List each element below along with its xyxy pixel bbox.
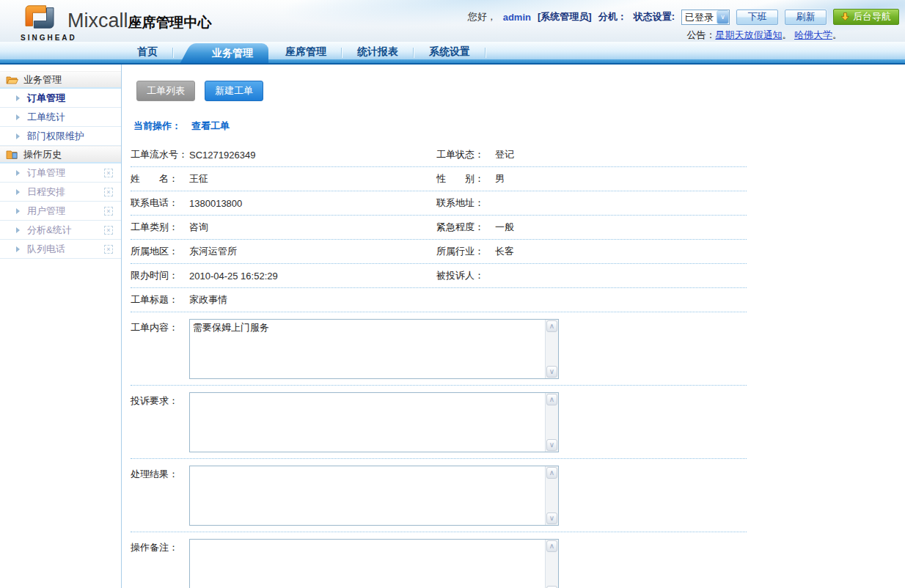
close-icon[interactable]: × <box>104 188 113 196</box>
sidebar-item-label: 部门权限维护 <box>27 131 84 142</box>
form-row: 联系电话：1380013800 联系地址： <box>131 191 747 216</box>
handle-result-textarea[interactable]: ∧ ∨ <box>189 466 559 526</box>
phone-value: 1380013800 <box>189 198 242 209</box>
backend-nav-button[interactable]: 后台导航 <box>833 9 899 25</box>
deadline-label: 限办时间： <box>131 269 189 282</box>
greeting-text: 您好， <box>468 10 497 23</box>
sidebar-group-history[interactable]: 操作历史 <box>0 146 121 163</box>
phone-label: 联系电话： <box>131 196 189 210</box>
sidebar-item-label: 工单统计 <box>27 111 65 122</box>
sidebar-history-analysis-stats[interactable]: 分析&统计 × <box>0 221 121 240</box>
close-icon[interactable]: × <box>104 245 113 254</box>
scrollbar[interactable]: ∧ ∨ <box>545 393 558 452</box>
handle-result-label: 处理结果： <box>131 466 189 481</box>
gender-value: 男 <box>495 172 505 185</box>
address-label: 联系地址： <box>436 196 495 210</box>
status-select[interactable]: 已登录 ∨ <box>681 10 730 25</box>
status-label: 工单状态： <box>436 148 495 161</box>
nav-tab-agent[interactable]: 座席管理 <box>274 40 337 63</box>
complainee-label: 被投诉人： <box>436 269 495 282</box>
username: admin <box>503 12 531 23</box>
form-row-complaint: 投诉要求： ∧ ∨ <box>131 386 747 459</box>
region-value: 东河运管所 <box>189 245 237 258</box>
scroll-up-icon[interactable]: ∧ <box>546 394 557 405</box>
industry-value: 长客 <box>495 245 514 258</box>
workorder-form: 工单流水号：SC1271926349 工单状态：登记 姓 名：王征 性 别：男 … <box>131 143 747 588</box>
workorder-title-value: 家政事情 <box>189 293 227 306</box>
scroll-up-icon[interactable]: ∧ <box>546 467 557 479</box>
logo-caption: SINGHEAD <box>21 34 109 42</box>
industry-label: 所属行业： <box>436 245 495 258</box>
nav-tab-reports[interactable]: 统计报表 <box>346 40 409 63</box>
current-operation-value: 查看工单 <box>191 120 230 131</box>
scrollbar[interactable]: ∧ ∨ <box>545 320 558 378</box>
backend-nav-label: 后台导航 <box>853 10 891 23</box>
operation-remark-text <box>190 540 558 541</box>
sidebar-item-dept-permissions[interactable]: 部门权限维护 <box>0 127 121 146</box>
sidebar-item-label: 订单管理 <box>27 167 65 178</box>
announcement-bar: 公告：星期天放假通知。 哈佛大学。 <box>686 29 842 42</box>
announcement-separator: 。 <box>832 29 842 40</box>
close-icon[interactable]: × <box>104 207 113 216</box>
name-label: 姓 名： <box>131 172 189 185</box>
sidebar-history-schedule[interactable]: 日程安排 × <box>0 183 121 202</box>
sidebar-item-label: 队列电话 <box>27 243 65 254</box>
scrollbar[interactable]: ∧ ∨ <box>545 466 558 525</box>
status-set-label: 状态设置: <box>634 10 675 23</box>
scroll-down-icon[interactable]: ∨ <box>546 512 557 524</box>
deadline-value: 2010-04-25 16:52:29 <box>189 271 278 282</box>
sidebar-item-order-management[interactable]: 订单管理 <box>0 89 121 108</box>
sidebar-history-queue-calls[interactable]: 队列电话 × <box>0 240 121 259</box>
refresh-button[interactable]: 刷新 <box>785 10 827 25</box>
nav-separator <box>413 48 414 58</box>
nav-tab-home[interactable]: 首页 <box>126 40 169 63</box>
main-navbar: 首页 业务管理 座席管理 统计报表 系统设置 <box>0 42 905 65</box>
sidebar-item-label: 订单管理 <box>27 92 65 103</box>
workorder-list-button[interactable]: 工单列表 <box>136 81 195 101</box>
serial-number-value: SC1271926349 <box>189 150 255 161</box>
announcement-link-holiday[interactable]: 星期天放假通知 <box>715 29 782 40</box>
off-duty-button[interactable]: 下班 <box>736 10 778 25</box>
nav-tab-settings[interactable]: 系统设置 <box>418 40 481 63</box>
current-operation-label: 当前操作： <box>133 120 181 131</box>
extension-label: 分机： <box>598 10 627 23</box>
open-folder-icon <box>6 75 18 84</box>
workorder-content-textarea[interactable]: 需要保姆上门服务 ∧ ∨ <box>189 319 559 379</box>
down-arrow-icon <box>841 12 849 21</box>
app-header: SINGHEAD Mixcall座席管理中心 您好， admin [系统管理员]… <box>0 0 905 42</box>
sidebar-group-title: 操作历史 <box>23 148 62 161</box>
sidebar-item-workorder-stats[interactable]: 工单统计 <box>0 108 121 127</box>
brand-name: Mixcall <box>67 10 128 32</box>
scroll-up-icon[interactable]: ∧ <box>546 540 557 552</box>
sidebar: 业务管理 订单管理 工单统计 部门权限维护 操作历史 订单管理 × 日程安排 ×… <box>0 65 122 588</box>
announcement-separator: 。 <box>782 29 791 40</box>
scroll-up-icon[interactable]: ∧ <box>546 320 557 332</box>
scroll-down-icon[interactable]: ∨ <box>546 366 557 378</box>
status-select-value: 已登录 <box>682 10 717 24</box>
nav-tab-business-active[interactable]: 业务管理 <box>197 43 268 63</box>
workorder-content-text: 需要保姆上门服务 <box>190 320 558 334</box>
history-folder-icon <box>6 150 18 159</box>
form-row-result: 处理结果： ∧ ∨ <box>131 459 747 532</box>
operation-remark-textarea[interactable]: ∧ ∨ <box>189 539 559 588</box>
app-title: Mixcall座席管理中心 <box>67 10 212 32</box>
chevron-down-icon[interactable]: ∨ <box>717 10 729 24</box>
nav-separator <box>172 48 174 58</box>
sidebar-item-label: 日程安排 <box>27 186 65 197</box>
workorder-toolbar: 工单列表 新建工单 <box>136 81 905 101</box>
form-row: 姓 名：王征 性 别：男 <box>131 167 747 191</box>
sidebar-group-title: 业务管理 <box>23 73 62 87</box>
scroll-down-icon[interactable]: ∨ <box>546 439 557 451</box>
sidebar-item-label: 用户管理 <box>27 205 65 216</box>
new-workorder-button[interactable]: 新建工单 <box>205 81 263 101</box>
complaint-request-textarea[interactable]: ∧ ∨ <box>189 392 559 452</box>
form-row-title: 工单标题：家政事情 <box>131 288 747 312</box>
scrollbar[interactable]: ∧ ∨ <box>545 540 558 588</box>
sidebar-group-business[interactable]: 业务管理 <box>0 71 121 89</box>
sidebar-history-user-management[interactable]: 用户管理 × <box>0 202 121 221</box>
urgency-label: 紧急程度： <box>436 221 495 234</box>
close-icon[interactable]: × <box>104 169 113 177</box>
close-icon[interactable]: × <box>104 226 113 235</box>
announcement-link-harvard[interactable]: 哈佛大学 <box>794 29 832 40</box>
sidebar-history-order-management[interactable]: 订单管理 × <box>0 163 121 183</box>
